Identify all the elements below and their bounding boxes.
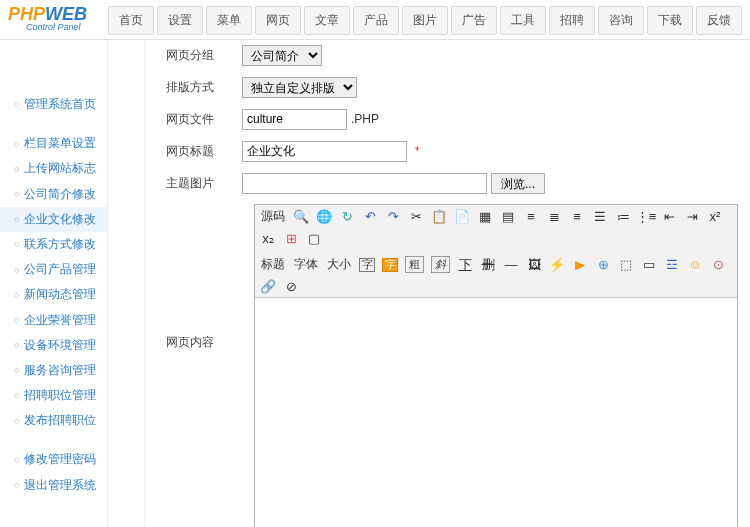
sidebar-item-企业荣誉管理[interactable]: 企业荣誉管理 <box>0 308 107 333</box>
attach-icon[interactable]: ⊕ <box>595 257 611 273</box>
tool1-icon[interactable]: ⊞ <box>283 230 299 246</box>
copy-icon[interactable]: 📋 <box>431 209 447 225</box>
btn-source[interactable]: 源码 <box>260 208 286 225</box>
backcolor-icon[interactable]: 字 <box>382 258 398 272</box>
sidebar-item-公司简介修改[interactable]: 公司简介修改 <box>0 182 107 207</box>
select-group[interactable]: 公司简介 <box>242 45 322 66</box>
input-file[interactable] <box>242 109 347 130</box>
justify-icon[interactable]: ☰ <box>592 209 608 225</box>
sidebar-item-服务咨询管理[interactable]: 服务咨询管理 <box>0 358 107 383</box>
sidebar-item-退出管理系统[interactable]: 退出管理系统 <box>0 473 107 498</box>
align-left-icon[interactable]: ≡ <box>523 209 539 225</box>
align-center-icon[interactable]: ≣ <box>546 209 562 225</box>
topnav-网页[interactable]: 网页 <box>255 6 301 35</box>
label-layout: 排版方式 <box>118 79 242 96</box>
btn-size[interactable]: 大小 <box>326 256 352 273</box>
table-icon[interactable]: ▦ <box>477 209 493 225</box>
flash-icon[interactable]: ⚡ <box>549 257 565 273</box>
topnav-广告[interactable]: 广告 <box>451 6 497 35</box>
sidebar-item-联系方式修改[interactable]: 联系方式修改 <box>0 232 107 257</box>
sidebar-item-新闻动态管理[interactable]: 新闻动态管理 <box>0 282 107 307</box>
outdent-icon[interactable]: ⇤ <box>661 209 677 225</box>
sidebar-item-企业文化修改[interactable]: 企业文化修改 <box>0 207 107 232</box>
list-ol-icon[interactable]: ≔ <box>615 209 631 225</box>
label-group: 网页分组 <box>118 47 242 64</box>
logo: PHPWEB Control Panel <box>0 0 108 36</box>
main-form: 网页分组 公司简介 排版方式 独立自定义排版 网页文件 .PHP 网页标题 * <box>108 40 750 527</box>
refresh-icon[interactable]: ↻ <box>339 209 355 225</box>
forecolor-icon[interactable]: 字 <box>359 258 375 272</box>
link-icon[interactable]: 🔗 <box>260 278 276 294</box>
underline-icon[interactable]: 下 <box>457 257 473 273</box>
sidebar-item-发布招聘职位[interactable]: 发布招聘职位 <box>0 408 107 433</box>
sidebar-item-设备环境管理[interactable]: 设备环境管理 <box>0 333 107 358</box>
input-title[interactable] <box>242 141 407 162</box>
topnav-招聘[interactable]: 招聘 <box>549 6 595 35</box>
list-ul-icon[interactable]: ⋮≡ <box>638 209 654 225</box>
page-icon[interactable]: ▭ <box>641 257 657 273</box>
editor-body[interactable] <box>255 298 737 527</box>
topnav-图片[interactable]: 图片 <box>402 6 448 35</box>
media-icon[interactable]: ▶ <box>572 257 588 273</box>
sidebar: 管理系统首页 栏目菜单设置上传网站标志公司简介修改企业文化修改联系方式修改公司产… <box>0 40 108 527</box>
topnav-菜单[interactable]: 菜单 <box>206 6 252 35</box>
cut-icon[interactable]: ✂ <box>408 209 424 225</box>
label-content: 网页内容 <box>118 204 242 351</box>
unlink-icon[interactable]: ⊘ <box>283 278 299 294</box>
sidebar-item-招聘职位管理[interactable]: 招聘职位管理 <box>0 383 107 408</box>
clock-icon[interactable]: ⊙ <box>710 257 726 273</box>
bold-icon[interactable]: 粗 <box>405 256 424 273</box>
style-icon[interactable]: ☲ <box>664 257 680 273</box>
topnav-首页[interactable]: 首页 <box>108 6 154 35</box>
redo-icon[interactable]: ↷ <box>385 209 401 225</box>
grid-icon[interactable]: ▤ <box>500 209 516 225</box>
indent-icon[interactable]: ⇥ <box>684 209 700 225</box>
paste-icon[interactable]: 📄 <box>454 209 470 225</box>
topnav-下载[interactable]: 下载 <box>647 6 693 35</box>
align-right-icon[interactable]: ≡ <box>569 209 585 225</box>
italic-icon[interactable]: 斜 <box>431 256 450 273</box>
sub-icon[interactable]: x₂ <box>260 230 276 246</box>
globe-icon[interactable]: 🌐 <box>316 209 332 225</box>
emoji-icon[interactable]: ☺ <box>687 257 703 273</box>
topnav-文章[interactable]: 文章 <box>304 6 350 35</box>
crop-icon[interactable]: ⬚ <box>618 257 634 273</box>
image-icon[interactable]: 🖼 <box>526 257 542 273</box>
hr-icon[interactable]: — <box>503 257 519 273</box>
sidebar-item-上传网站标志[interactable]: 上传网站标志 <box>0 156 107 181</box>
top-nav: 首页设置菜单网页文章产品图片广告工具招聘咨询下载反馈 <box>108 0 742 35</box>
input-image[interactable] <box>242 173 487 194</box>
strike-icon[interactable]: 删 <box>480 257 496 273</box>
topnav-设置[interactable]: 设置 <box>157 6 203 35</box>
tool2-icon[interactable]: ▢ <box>306 230 322 246</box>
sidebar-item-栏目菜单设置[interactable]: 栏目菜单设置 <box>0 131 107 156</box>
sidebar-item-管理系统首页[interactable]: 管理系统首页 <box>0 92 107 117</box>
topnav-咨询[interactable]: 咨询 <box>598 6 644 35</box>
sup-icon[interactable]: x² <box>707 209 723 225</box>
sidebar-item-公司产品管理[interactable]: 公司产品管理 <box>0 257 107 282</box>
topnav-反馈[interactable]: 反馈 <box>696 6 742 35</box>
browse-button[interactable]: 浏览... <box>491 173 545 194</box>
editor-toolbar: 源码 🔍 🌐 ↻ ↶ ↷ ✂ 📋 📄 ▦ ▤ ≡ ≣ ≡ <box>255 205 737 298</box>
btn-font[interactable]: 字体 <box>293 256 319 273</box>
file-suffix: .PHP <box>351 112 379 126</box>
btn-heading[interactable]: 标题 <box>260 256 286 273</box>
label-file: 网页文件 <box>118 111 242 128</box>
label-title: 网页标题 <box>118 143 242 160</box>
topnav-产品[interactable]: 产品 <box>353 6 399 35</box>
sidebar-item-修改管理密码[interactable]: 修改管理密码 <box>0 447 107 472</box>
undo-icon[interactable]: ↶ <box>362 209 378 225</box>
label-image: 主题图片 <box>118 175 242 192</box>
rich-editor: 源码 🔍 🌐 ↻ ↶ ↷ ✂ 📋 📄 ▦ ▤ ≡ ≣ ≡ <box>254 204 738 527</box>
required-mark: * <box>415 144 420 158</box>
select-layout[interactable]: 独立自定义排版 <box>242 77 357 98</box>
topnav-工具[interactable]: 工具 <box>500 6 546 35</box>
zoom-icon[interactable]: 🔍 <box>293 209 309 225</box>
